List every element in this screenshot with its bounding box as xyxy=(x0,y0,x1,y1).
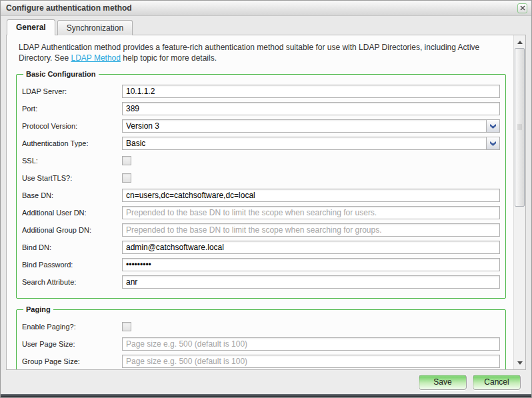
additional-user-dn-input[interactable] xyxy=(122,206,500,219)
additional-user-dn-label: Additional User DN: xyxy=(22,209,122,217)
dialog-titlebar[interactable]: Configure authentication method xyxy=(1,1,531,16)
group-page-size-label: Group Page Size: xyxy=(22,357,122,365)
close-icon xyxy=(520,5,525,11)
paging-section: Paging Enable Paging?: User Page Size: G… xyxy=(16,305,506,369)
intro-after: help topic for more details. xyxy=(121,53,217,63)
ssl-row: SSL: xyxy=(22,154,500,167)
auth-type-row: Authentication Type: Basic xyxy=(22,137,500,150)
ssl-label: SSL: xyxy=(22,157,122,165)
ldap-method-link[interactable]: LDAP Method xyxy=(71,53,121,63)
bind-dn-input[interactable] xyxy=(122,241,500,254)
additional-user-dn-row: Additional User DN: xyxy=(22,206,500,219)
scroll-up-button[interactable] xyxy=(515,37,525,47)
protocol-version-trigger[interactable] xyxy=(486,120,499,132)
additional-group-dn-row: Additional Group DN: xyxy=(22,223,500,237)
protocol-version-value: Version 3 xyxy=(123,120,486,132)
auth-type-value: Basic xyxy=(123,137,486,149)
group-page-size-input[interactable] xyxy=(122,355,500,368)
intro-text: LDAP Authentication method provides a fe… xyxy=(19,42,505,63)
form-scroll-area: LDAP Authentication method provides a fe… xyxy=(7,35,514,369)
save-button[interactable]: Save xyxy=(419,375,467,390)
scrollbar-thumb[interactable] xyxy=(515,48,525,207)
starttls-label: Use StartTLS?: xyxy=(22,174,122,182)
basic-configuration-section: Basic Configuration LDAP Server: Port: P… xyxy=(16,70,506,299)
base-dn-input[interactable] xyxy=(122,189,500,202)
bind-password-input[interactable] xyxy=(122,258,500,271)
port-row: Port: xyxy=(22,102,500,115)
scroll-down-button[interactable] xyxy=(515,358,525,367)
port-label: Port: xyxy=(22,105,122,113)
vertical-scrollbar[interactable] xyxy=(513,35,525,369)
chevron-down-icon xyxy=(490,124,496,129)
close-button[interactable] xyxy=(517,3,527,13)
scrollbar-grip-icon xyxy=(517,125,522,130)
ldap-server-label: LDAP Server: xyxy=(22,87,122,95)
background-page-edge xyxy=(1,394,531,397)
protocol-version-row: Protocol Version: Version 3 xyxy=(22,119,500,133)
bind-dn-row: Bind DN: xyxy=(22,241,500,254)
protocol-version-label: Protocol Version: xyxy=(22,122,122,130)
protocol-version-select[interactable]: Version 3 xyxy=(122,119,500,133)
user-page-size-label: User Page Size: xyxy=(22,340,122,348)
bind-password-row: Bind Password: xyxy=(22,258,500,271)
paging-legend: Paging xyxy=(23,305,53,313)
group-page-size-row: Group Page Size: xyxy=(22,355,500,368)
chevron-down-icon xyxy=(490,141,496,146)
user-page-size-row: User Page Size: xyxy=(22,337,500,351)
ldap-server-input[interactable] xyxy=(122,85,500,98)
tab-synchronization[interactable]: Synchronization xyxy=(57,20,133,35)
search-attribute-input[interactable] xyxy=(122,275,500,289)
auth-type-select[interactable]: Basic xyxy=(122,137,500,150)
ldap-server-row: LDAP Server: xyxy=(22,85,500,98)
search-attribute-label: Search Attribute: xyxy=(22,278,122,286)
additional-group-dn-input[interactable] xyxy=(122,223,500,237)
auth-type-trigger[interactable] xyxy=(486,137,499,149)
bind-dn-label: Bind DN: xyxy=(22,243,122,251)
auth-type-label: Authentication Type: xyxy=(22,139,122,147)
additional-group-dn-label: Additional Group DN: xyxy=(22,226,122,234)
enable-paging-checkbox[interactable] xyxy=(122,322,131,331)
dialog-footer: Save Cancel xyxy=(1,370,531,394)
enable-paging-label: Enable Paging?: xyxy=(22,323,122,331)
basic-configuration-legend: Basic Configuration xyxy=(23,70,99,78)
port-input[interactable] xyxy=(122,102,500,115)
dialog-title: Configure authentication method xyxy=(6,3,132,13)
tab-panel-general: LDAP Authentication method provides a fe… xyxy=(6,35,526,370)
enable-paging-row: Enable Paging?: xyxy=(22,320,500,333)
arrow-down-icon xyxy=(517,361,523,365)
tab-general[interactable]: General xyxy=(7,19,55,35)
search-attribute-row: Search Attribute: xyxy=(22,275,500,289)
starttls-checkbox[interactable] xyxy=(122,173,131,183)
bind-password-label: Bind Password: xyxy=(22,261,122,269)
ssl-checkbox[interactable] xyxy=(122,156,131,165)
arrow-up-icon xyxy=(517,41,523,44)
base-dn-label: Base DN: xyxy=(22,191,122,199)
cancel-button[interactable]: Cancel xyxy=(473,375,521,390)
base-dn-row: Base DN: xyxy=(22,189,500,202)
user-page-size-input[interactable] xyxy=(122,337,500,351)
configure-auth-dialog: Configure authentication method General … xyxy=(0,0,532,398)
starttls-row: Use StartTLS?: xyxy=(22,171,500,185)
tab-bar: General Synchronization xyxy=(1,16,531,35)
